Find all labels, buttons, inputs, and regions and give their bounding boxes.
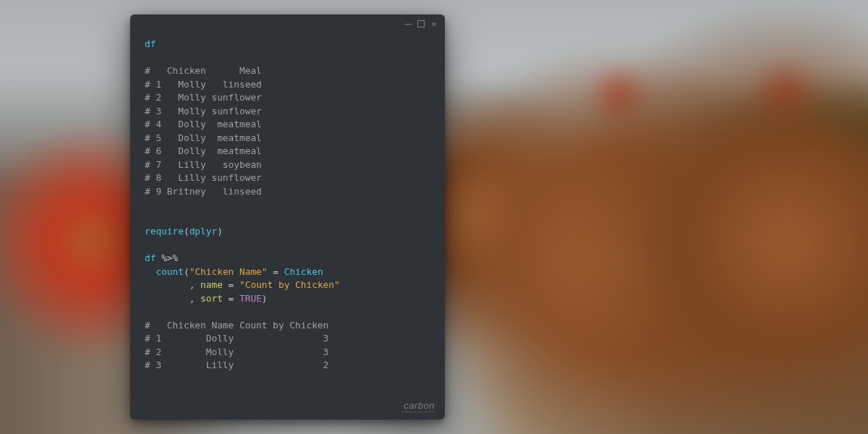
code-token-punct: ): [262, 293, 268, 304]
code-comment: # Chicken Name Count by Chicken: [145, 320, 328, 331]
code-token-punct: =: [223, 293, 239, 304]
code-comment: # 1 Molly linseed: [145, 79, 262, 90]
code-comment: # 5 Dolly meatmeal: [145, 132, 262, 143]
close-icon[interactable]: ×: [430, 20, 438, 27]
code-window: × df # Chicken Meal # 1 Molly linseed # …: [130, 14, 445, 420]
code-token-punct: ,: [190, 293, 200, 304]
carbon-watermark: carbon carbon.now.sh: [402, 400, 435, 414]
code-comment: # Chicken Meal: [145, 65, 262, 76]
code-token-var: df: [145, 38, 156, 49]
code-comment: # 2 Molly sunflower: [145, 92, 262, 103]
code-token-punct: (: [184, 266, 190, 277]
code-comment: # 9 Britney linseed: [145, 186, 262, 197]
code-token-func: require: [145, 226, 184, 237]
minimize-icon[interactable]: [404, 20, 412, 27]
code-token-id: Chicken: [284, 266, 323, 277]
code-indent: [145, 293, 190, 304]
code-comment: # 1 Dolly 3: [145, 333, 328, 344]
code-comment: # 4 Dolly meatmeal: [145, 119, 262, 129]
code-token-const: TRUE: [239, 293, 262, 304]
code-token-pipe: %>%: [156, 252, 178, 263]
code-token-named: sort: [200, 293, 223, 304]
code-indent: [145, 279, 190, 290]
watermark-sub: carbon.now.sh: [402, 409, 435, 414]
code-token-string: "Count by Chicken": [239, 279, 340, 290]
code-token-named: name: [200, 279, 223, 290]
code-comment: # 8 Lilly sunflower: [145, 172, 262, 183]
code-token-punct: =: [268, 266, 284, 277]
code-token-func: count: [156, 266, 184, 277]
code-comment: # 2 Molly 3: [145, 346, 328, 357]
maximize-icon[interactable]: [417, 20, 425, 27]
code-token-punct: (: [184, 226, 190, 237]
code-token-string: "Chicken Name": [190, 266, 268, 277]
code-token-punct: ): [217, 226, 223, 237]
code-comment: # 6 Dolly meatmeal: [145, 145, 262, 156]
code-token-arg: dplyr: [190, 226, 218, 237]
code-comment: # 7 Lilly soybean: [145, 159, 262, 170]
code-token-punct: =: [223, 279, 239, 290]
code-token-var: df: [145, 252, 156, 263]
code-block: df # Chicken Meal # 1 Molly linseed # 2 …: [130, 33, 445, 420]
code-comment: # 3 Lilly 2: [145, 359, 328, 370]
code-token-punct: ,: [190, 279, 200, 290]
code-indent: [145, 266, 156, 277]
code-comment: # 3 Molly sunflower: [145, 106, 262, 116]
window-titlebar: ×: [130, 14, 445, 33]
